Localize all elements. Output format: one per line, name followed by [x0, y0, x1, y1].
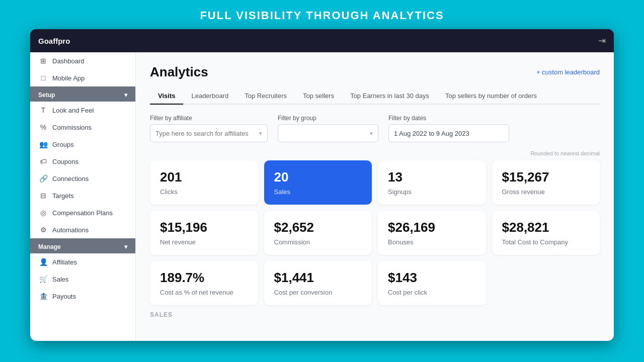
cost-per-conversion-label: Cost per conversion: [274, 289, 362, 296]
page-title: Analytics: [150, 64, 208, 80]
sidebar-label-mobile-app: Mobile App: [52, 74, 85, 82]
bonuses-label: Bonuses: [388, 238, 476, 246]
mobile-app-icon: □: [39, 74, 47, 82]
stats-row-3: 189.7% Cost as % of net revenue $1,441 C…: [150, 261, 600, 305]
group-chevron-icon: ▾: [370, 130, 373, 137]
sales-section-label: SALES: [150, 311, 600, 318]
connections-icon: 🔗: [39, 174, 47, 183]
sidebar-item-automations[interactable]: ⚙ Automations: [30, 221, 135, 238]
sidebar-item-connections[interactable]: 🔗 Connections: [30, 170, 135, 187]
tab-top-earners[interactable]: Top Earners in last 30 days: [342, 88, 437, 105]
sidebar-item-mobile-app[interactable]: □ Mobile App: [30, 69, 135, 86]
logout-icon[interactable]: ⇥: [598, 35, 606, 46]
sidebar-item-compensation-plans[interactable]: ◎ Compensation Plans: [30, 204, 135, 221]
filters-row: Filter by affiliate ▾ Filter by group ▾ …: [150, 115, 600, 142]
browser-titlebar: Goaffpro ⇥: [30, 29, 614, 52]
gross-revenue-value: $15,267: [502, 169, 590, 185]
affiliates-icon: 👤: [39, 258, 47, 266]
sidebar-item-groups[interactable]: 👥 Groups: [30, 136, 135, 153]
sidebar-label-payouts: Payouts: [52, 293, 76, 300]
stat-card-total-cost: $28,821 Total Cost to Company: [492, 211, 600, 255]
commission-value: $2,652: [274, 220, 362, 235]
filter-group-dates: Filter by dates 1 Aug 2022 to 9 Aug 2023: [388, 115, 509, 142]
net-revenue-value: $15,196: [160, 220, 248, 235]
sidebar-label-affiliates: Affiliates: [52, 258, 77, 266]
app-body: ⊞ Dashboard □ Mobile App Setup ▾ T Look …: [30, 52, 614, 341]
stat-card-commission: $2,652 Commission: [264, 211, 372, 255]
main-content: Analytics + custom leaderboard Visits Le…: [136, 52, 614, 341]
sidebar-setup-items: T Look and Feel % Commissions 👥 Groups 🏷…: [30, 102, 135, 238]
signups-value: 13: [388, 169, 476, 185]
sidebar-label-connections: Connections: [52, 175, 89, 183]
sidebar-item-sales[interactable]: 🛒 Sales: [30, 270, 135, 288]
sidebar-label-look-feel: Look and Feel: [52, 107, 94, 114]
sidebar-item-look-feel[interactable]: T Look and Feel: [30, 102, 135, 119]
setup-label: Setup: [38, 92, 55, 99]
browser-frame: Goaffpro ⇥ ⊞ Dashboard □ Mobile App Setu…: [30, 29, 614, 341]
brand-name: Goaffpro: [38, 37, 70, 45]
total-cost-label: Total Cost to Company: [502, 238, 590, 246]
coupons-icon: 🏷: [39, 157, 47, 165]
custom-leaderboard-link[interactable]: + custom leaderboard: [536, 68, 600, 76]
sidebar-label-compensation: Compensation Plans: [52, 209, 113, 217]
stats-row-1: 201 Clicks 20 Sales 13 Signups $15,267 G…: [150, 160, 600, 205]
bonuses-value: $26,169: [388, 220, 476, 235]
payouts-icon: 🏦: [39, 292, 47, 300]
affiliate-search-input[interactable]: [155, 130, 256, 137]
dashboard-icon: ⊞: [39, 57, 47, 65]
analytics-header: Analytics + custom leaderboard: [150, 64, 600, 80]
stat-card-gross-revenue: $15,267 Gross revenue: [492, 160, 600, 205]
dates-filter-wrapper[interactable]: 1 Aug 2022 to 9 Aug 2023: [388, 124, 509, 142]
affiliate-chevron-icon: ▾: [259, 130, 262, 137]
sidebar-item-affiliates[interactable]: 👤 Affiliates: [30, 253, 135, 270]
targets-icon: ⊟: [39, 192, 47, 200]
tab-top-recruiters[interactable]: Top Recruiters: [236, 88, 295, 105]
manage-label: Manage: [38, 243, 61, 250]
dates-value: 1 Aug 2022 to 9 Aug 2023: [394, 130, 469, 137]
group-filter-label: Filter by group: [278, 115, 378, 122]
tab-top-sellers-orders[interactable]: Top sellers by number of orders: [437, 88, 545, 105]
affiliate-filter-label: Filter by affiliate: [150, 115, 268, 122]
sidebar-item-coupons[interactable]: 🏷 Coupons: [30, 153, 135, 170]
stat-card-net-revenue: $15,196 Net revenue: [150, 211, 258, 255]
stat-card-cost-pct: 189.7% Cost as % of net revenue: [150, 261, 258, 305]
rounded-note: Rounded to nearest decimal: [150, 150, 600, 156]
stat-card-cost-per-click: $143 Cost per click: [378, 261, 486, 305]
tab-leaderboard[interactable]: Leaderboard: [183, 88, 236, 105]
sales-value: 20: [274, 169, 362, 185]
stat-card-cost-per-conversion: $1,441 Cost per conversion: [264, 261, 372, 305]
compensation-icon: ◎: [39, 209, 47, 217]
sidebar-manage-items: 👤 Affiliates 🛒 Sales 🏦 Payouts: [30, 253, 135, 305]
commission-label: Commission: [274, 238, 362, 246]
affiliate-filter-input-wrapper[interactable]: ▾: [150, 124, 268, 142]
groups-icon: 👥: [39, 140, 47, 148]
sidebar-label-sales: Sales: [52, 276, 69, 283]
cost-per-click-label: Cost per click: [388, 289, 476, 296]
tab-visits[interactable]: Visits: [150, 88, 183, 105]
gross-revenue-label: Gross revenue: [502, 188, 590, 196]
sidebar-label-coupons: Coupons: [52, 158, 78, 165]
sales-icon: 🛒: [39, 275, 47, 283]
signups-label: Signups: [388, 188, 476, 196]
sidebar-item-dashboard[interactable]: ⊞ Dashboard: [30, 52, 135, 69]
group-filter-select-wrapper[interactable]: ▾: [278, 124, 378, 142]
dates-filter-label: Filter by dates: [388, 115, 509, 122]
sidebar-label-groups: Groups: [52, 141, 74, 148]
sidebar-item-targets[interactable]: ⊟ Targets: [30, 187, 135, 204]
cost-pct-value: 189.7%: [160, 270, 248, 286]
sidebar-label-automations: Automations: [52, 226, 89, 234]
stat-card-clicks: 201 Clicks: [150, 160, 258, 205]
tabs-row: Visits Leaderboard Top Recruiters Top se…: [150, 88, 600, 105]
sidebar-item-payouts[interactable]: 🏦 Payouts: [30, 288, 135, 305]
sidebar-item-commissions[interactable]: % Commissions: [30, 119, 135, 136]
filter-group-group: Filter by group ▾: [278, 115, 378, 142]
tab-top-sellers[interactable]: Top sellers: [295, 88, 342, 105]
stat-card-sales: 20 Sales: [264, 160, 372, 205]
clicks-label: Clicks: [160, 188, 248, 196]
sidebar-label-dashboard: Dashboard: [52, 57, 85, 65]
stat-card-bonuses: $26,169 Bonuses: [378, 211, 486, 255]
clicks-value: 201: [160, 169, 248, 185]
net-revenue-label: Net revenue: [160, 238, 248, 246]
cost-per-conversion-value: $1,441: [274, 270, 362, 286]
sidebar-top-section: ⊞ Dashboard □ Mobile App: [30, 52, 135, 86]
